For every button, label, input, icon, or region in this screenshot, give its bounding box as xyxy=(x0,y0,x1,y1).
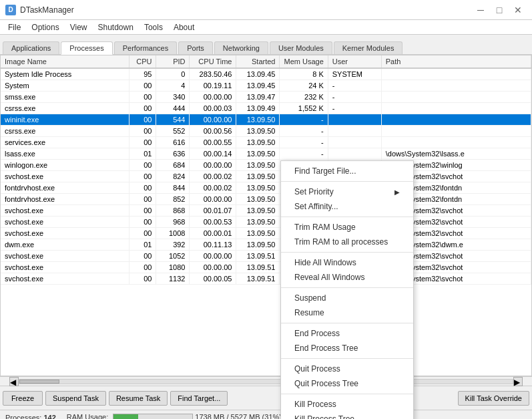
horizontal-scrollbar[interactable]: ◀ ▶ xyxy=(0,376,532,386)
table-row[interactable]: dwm.exe0139200.11.1313.09.50-\dows\Syste… xyxy=(1,239,531,251)
title-bar: D DTaskManager ─ □ ✕ xyxy=(0,0,532,20)
menu-separator xyxy=(281,358,413,359)
context-menu-item[interactable]: Quit Process xyxy=(281,362,413,376)
menu-separator xyxy=(281,217,413,217)
context-menu-item[interactable]: Suspend xyxy=(281,291,413,305)
table-row[interactable]: svchost.exe00105200.00.0013.09.51-\dows\… xyxy=(1,251,531,262)
table-row[interactable]: svchost.exe0096800.00.5313.09.50-\dows\S… xyxy=(1,217,531,228)
window-title: DTaskManager xyxy=(20,5,74,15)
tab-processes[interactable]: Processes xyxy=(61,41,112,55)
tab-applications[interactable]: Applications xyxy=(3,41,59,54)
col-started[interactable]: Started xyxy=(236,55,280,68)
tab-kerner-modules[interactable]: Kerner Modules xyxy=(334,41,403,54)
tab-performances[interactable]: Performances xyxy=(114,41,177,54)
ram-usage-value: 1738 MB / 5527 MB (31%) xyxy=(195,413,282,419)
menu-separator xyxy=(281,394,413,394)
title-left: D DTaskManager xyxy=(5,5,74,15)
freeze-button[interactable]: Freeze xyxy=(3,391,43,406)
ram-bar-fill xyxy=(113,414,138,419)
process-tbody: System Idle Process950283.50.4613.09.458… xyxy=(1,68,531,285)
table-row[interactable]: services.exe0061600.00.5513.09.50- xyxy=(1,137,531,148)
context-menu-item[interactable]: Quit Process Tree xyxy=(281,376,413,391)
processes-label: Processes: 142 xyxy=(5,414,56,420)
table-row[interactable]: svchost.exe00100800.00.0113.09.50-\dows\… xyxy=(1,228,531,239)
menu-shutdown[interactable]: Shutdown xyxy=(93,21,139,33)
context-menu-item[interactable]: Resume xyxy=(281,305,413,320)
maximize-button[interactable]: □ xyxy=(491,1,508,19)
submenu-arrow-icon: ▶ xyxy=(394,188,400,196)
table-row[interactable]: lsass.exe0163600.00.1413.09.50-\dows\Sys… xyxy=(1,148,531,160)
scroll-left-btn[interactable]: ◀ xyxy=(9,377,19,386)
processes-list: Image Name CPU PID CPU Time Started Mem … xyxy=(1,55,531,285)
menu-separator xyxy=(281,287,413,288)
context-menu-item[interactable]: Kill Process Tree xyxy=(281,412,413,419)
table-header: Image Name CPU PID CPU Time Started Mem … xyxy=(1,55,531,68)
tab-networking[interactable]: Networking xyxy=(214,41,268,54)
col-user[interactable]: User xyxy=(328,55,381,68)
resume-task-button[interactable]: Resume Task xyxy=(109,391,168,406)
tab-bar: Applications Processes Performances Port… xyxy=(0,35,532,55)
menu-separator xyxy=(281,181,413,182)
table-row[interactable]: svchost.exe00108000.00.0013.09.51-\dows\… xyxy=(1,262,531,273)
table-row[interactable]: csrss.exe0055200.00.5613.09.50- xyxy=(1,126,531,137)
context-menu-item[interactable]: Find Target File... xyxy=(281,164,413,178)
table-row[interactable]: fontdrvhost.exe0084400.00.0213.09.50-\do… xyxy=(1,182,531,194)
menu-separator xyxy=(281,323,413,323)
menu-tools[interactable]: Tools xyxy=(139,21,168,33)
col-pid[interactable]: PID xyxy=(156,55,190,68)
scroll-right-btn[interactable]: ▶ xyxy=(513,377,523,386)
context-menu-item[interactable]: Trim RAM to all processes xyxy=(281,235,413,249)
col-cpu[interactable]: CPU xyxy=(129,55,156,68)
context-menu-item[interactable]: End Process xyxy=(281,326,413,341)
find-target-button[interactable]: Find Target... xyxy=(170,391,228,406)
context-menu-item[interactable]: End Process Tree xyxy=(281,341,413,356)
processes-count: 142 xyxy=(43,414,55,420)
menu-about[interactable]: About xyxy=(168,21,200,33)
status-bar: Processes: 142 RAM Usage: 1738 MB / 5527… xyxy=(0,410,532,419)
minimize-button[interactable]: ─ xyxy=(472,1,489,19)
context-menu-item[interactable]: Reveal All Windows xyxy=(281,270,413,285)
table-row[interactable]: smss.exe0034000.00.0013.09.47232 K- xyxy=(1,92,531,103)
context-menu-item[interactable]: Set Priority▶ xyxy=(281,184,413,199)
kill-task-override-button[interactable]: Kill Task Override xyxy=(458,391,529,406)
menu-separator xyxy=(281,252,413,253)
tab-ports[interactable]: Ports xyxy=(178,41,213,54)
col-mem-usage[interactable]: Mem Usage xyxy=(280,55,328,68)
table-row[interactable]: svchost.exe0086800.01.0713.09.50-\dows\S… xyxy=(1,205,531,217)
context-menu-item[interactable]: Hide All Windows xyxy=(281,255,413,270)
scroll-thumb[interactable] xyxy=(19,380,59,384)
table-row[interactable]: svchost.exe0082400.00.0213.09.50-\dows\S… xyxy=(1,171,531,182)
menu-view[interactable]: View xyxy=(65,21,93,33)
table-row[interactable]: csrss.exe0044400.00.0313.09.491,552 K- xyxy=(1,103,531,114)
scroll-track[interactable] xyxy=(19,379,513,384)
context-menu-item[interactable]: Set Affinity... xyxy=(281,199,413,214)
table-row[interactable]: wininit.exe0054400.00.0013.09.50- xyxy=(1,114,531,126)
close-button[interactable]: ✕ xyxy=(509,1,527,19)
table-row[interactable]: svchost.exe00113200.00.0513.09.51-\dows\… xyxy=(1,273,531,285)
process-table[interactable]: Image Name CPU PID CPU Time Started Mem … xyxy=(0,55,532,376)
col-image-name[interactable]: Image Name xyxy=(1,55,129,68)
table-row[interactable]: winlogon.exe0068400.00.0013.09.50-\dows\… xyxy=(1,160,531,171)
col-path[interactable]: Path xyxy=(381,55,531,68)
bottom-toolbar: Freeze Suspend Task Resume Task Find Tar… xyxy=(0,386,532,410)
app-icon: D xyxy=(5,5,16,15)
col-cpu-time[interactable]: CPU Time xyxy=(190,55,236,68)
suspend-task-button[interactable]: Suspend Task xyxy=(45,391,106,406)
menu-options[interactable]: Options xyxy=(26,21,64,33)
table-row[interactable]: System Idle Process950283.50.4613.09.458… xyxy=(1,68,531,80)
context-menu: Find Target File...Set Priority▶Set Affi… xyxy=(280,160,414,419)
context-menu-item[interactable]: Trim RAM Usage xyxy=(281,220,413,235)
main-content: Image Name CPU PID CPU Time Started Mem … xyxy=(0,55,532,386)
ram-usage-label: RAM Usage: 1738 MB / 5527 MB (31%) xyxy=(67,413,282,419)
ram-progress-bar xyxy=(113,414,193,419)
menu-bar: File Options View Shutdown Tools About xyxy=(0,20,532,35)
window-controls: ─ □ ✕ xyxy=(472,1,527,19)
menu-file[interactable]: File xyxy=(3,21,26,33)
context-menu-item[interactable]: Kill Process xyxy=(281,397,413,412)
table-row[interactable]: System00400.19.1113.09.4524 K- xyxy=(1,80,531,92)
table-row[interactable]: fontdrvhost.exe0085200.00.0013.09.50-\do… xyxy=(1,194,531,205)
tab-user-modules[interactable]: User Modules xyxy=(270,41,332,54)
